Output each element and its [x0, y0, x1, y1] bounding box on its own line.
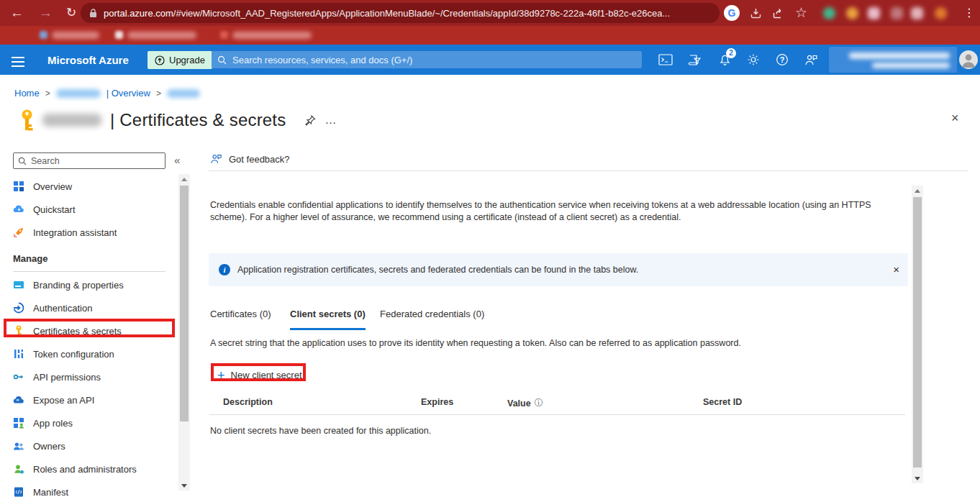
- breadcrumb: Home > | Overview >: [14, 88, 200, 99]
- column-header-value[interactable]: Value ⓘ: [507, 397, 543, 409]
- sidebar-item-label: Manifest: [33, 487, 68, 497]
- roles-admin-icon: [13, 463, 24, 475]
- extension-icon[interactable]: [823, 7, 835, 19]
- sidebar-divider: [13, 271, 165, 272]
- sidebar-scrollbar[interactable]: [178, 174, 190, 491]
- google-site-icon[interactable]: G: [724, 5, 740, 21]
- sidebar-item-label: Branding & properties: [33, 280, 124, 291]
- extension-icon[interactable]: [891, 7, 903, 19]
- value-info-icon[interactable]: ⓘ: [535, 397, 543, 409]
- banner-close-icon[interactable]: ×: [893, 263, 899, 275]
- directory-filter-icon[interactable]: [682, 45, 707, 75]
- breadcrumb-page-blur[interactable]: [167, 89, 200, 98]
- new-client-secret-button[interactable]: + New client secret: [217, 370, 302, 380]
- sidebar-item-roles-administrators[interactable]: Roles and administrators: [0, 457, 177, 480]
- feedback-icon: [210, 153, 222, 165]
- account-info[interactable]: [829, 47, 957, 73]
- settings-gear-icon[interactable]: [741, 45, 766, 75]
- sidebar-item-manifest[interactable]: Manifest: [0, 480, 177, 497]
- token-sliders-icon: [13, 348, 24, 360]
- app-name-blur: [42, 114, 101, 127]
- collapse-sidebar-icon[interactable]: «: [174, 154, 180, 166]
- forward-icon[interactable]: →: [39, 0, 53, 26]
- breadcrumb-overview-link[interactable]: | Overview: [106, 88, 150, 99]
- sidebar-scrollbar-thumb[interactable]: [180, 186, 189, 421]
- extension-icon[interactable]: [846, 7, 858, 19]
- blade-close-icon[interactable]: ×: [951, 112, 959, 124]
- scroll-up-icon[interactable]: [178, 174, 190, 184]
- extension-icon[interactable]: [935, 7, 947, 19]
- tab-federated-credentials[interactable]: Federated credentials (0): [380, 309, 484, 325]
- browser-toolbar: ← → ↻ portal.azure.com/#view/Microsoft_A…: [0, 0, 980, 26]
- plus-icon: +: [217, 370, 225, 380]
- column-header-secret-id[interactable]: Secret ID: [703, 397, 742, 407]
- sidebar-item-token-configuration[interactable]: Token configuration: [0, 342, 177, 365]
- extension-icon[interactable]: [911, 7, 923, 19]
- cloud-shell-icon[interactable]: [653, 45, 678, 75]
- info-icon: i: [219, 264, 230, 275]
- global-search-input[interactable]: [232, 55, 636, 65]
- bookmark-item[interactable]: [232, 32, 312, 39]
- key-icon: [13, 325, 24, 337]
- column-header-expires[interactable]: Expires: [421, 397, 453, 407]
- notifications-bell-icon[interactable]: 2: [712, 45, 737, 75]
- tab-certificates[interactable]: Certificates (0): [210, 309, 271, 325]
- sidebar-item-label: Expose an API: [33, 395, 94, 406]
- scroll-up-icon[interactable]: [912, 186, 923, 196]
- reload-icon[interactable]: ↻: [66, 0, 76, 26]
- sidebar-item-label: Roles and administrators: [33, 464, 137, 475]
- sidebar-item-overview[interactable]: Overview: [0, 175, 177, 198]
- breadcrumb-chevron: >: [156, 88, 161, 99]
- sidebar-item-label: Owners: [33, 441, 65, 452]
- page-header: | Certificates & secrets …: [20, 108, 337, 132]
- feedback-button[interactable]: Got feedback?: [210, 153, 290, 165]
- sidebar-manage-header: Manage: [13, 253, 47, 264]
- avatar[interactable]: [959, 50, 978, 69]
- breadcrumb-app-blur[interactable]: [56, 89, 101, 98]
- upgrade-button[interactable]: Upgrade: [148, 51, 212, 69]
- tab-client-secrets[interactable]: Client secrets (0): [290, 309, 366, 325]
- sidebar-item-quickstart[interactable]: Quickstart: [0, 198, 177, 221]
- sidebar-search-input[interactable]: [31, 156, 160, 166]
- share-icon[interactable]: [772, 7, 784, 22]
- scroll-down-icon[interactable]: [178, 480, 190, 491]
- address-bar[interactable]: portal.azure.com/#view/Microsoft_AAD_Reg…: [81, 3, 720, 23]
- help-icon[interactable]: ?: [770, 45, 794, 75]
- feedback-icon[interactable]: [799, 45, 823, 75]
- intro-line: scheme). For a higher level of assurance…: [210, 211, 901, 224]
- sidebar-item-app-roles[interactable]: App roles: [0, 411, 177, 434]
- intro-line: Credentials enable confidential applicat…: [210, 199, 901, 211]
- more-options-icon[interactable]: …: [325, 114, 337, 127]
- breadcrumb-home-link[interactable]: Home: [14, 88, 40, 99]
- sidebar-item-owners[interactable]: Owners: [0, 434, 177, 457]
- sidebar-item-integration-assistant[interactable]: Integration assistant: [0, 221, 177, 244]
- content-scrollbar[interactable]: [912, 186, 923, 483]
- browser-menu-icon[interactable]: ⋮: [963, 0, 975, 26]
- sidebar-item-api-permissions[interactable]: API permissions: [0, 365, 177, 388]
- sidebar-item-expose-api[interactable]: Expose an API: [0, 388, 177, 411]
- active-tab-underline: [290, 328, 366, 330]
- owners-people-icon: [13, 440, 24, 452]
- empty-state-message: No client secrets have been created for …: [210, 426, 431, 436]
- column-header-description[interactable]: Description: [223, 397, 273, 407]
- sidebar-search[interactable]: [13, 152, 165, 169]
- global-search[interactable]: [212, 51, 642, 68]
- sidebar-item-authentication[interactable]: Authentication: [0, 296, 177, 319]
- sidebar-item-branding[interactable]: Branding & properties: [0, 273, 177, 296]
- extension-icon[interactable]: [868, 7, 880, 19]
- content-scrollbar-thumb[interactable]: [913, 197, 922, 468]
- bookmark-star-icon[interactable]: ☆: [795, 0, 807, 26]
- sidebar-item-certificates-secrets[interactable]: Certificates & secrets: [0, 319, 177, 342]
- azure-brand[interactable]: Microsoft Azure: [47, 54, 129, 66]
- bookmark-item[interactable]: [127, 32, 196, 39]
- download-icon[interactable]: [750, 7, 762, 22]
- url-host: portal.azure.com: [104, 8, 173, 19]
- back-icon[interactable]: ←: [10, 0, 24, 26]
- pin-icon[interactable]: [304, 114, 316, 126]
- sidebar-item-label: Authentication: [33, 303, 92, 314]
- value-header-label: Value: [507, 398, 531, 409]
- hamburger-menu-icon[interactable]: [12, 54, 24, 70]
- bookmark-item[interactable]: [52, 32, 99, 39]
- overview-grid-icon: [13, 181, 24, 192]
- scroll-down-icon[interactable]: [912, 473, 923, 483]
